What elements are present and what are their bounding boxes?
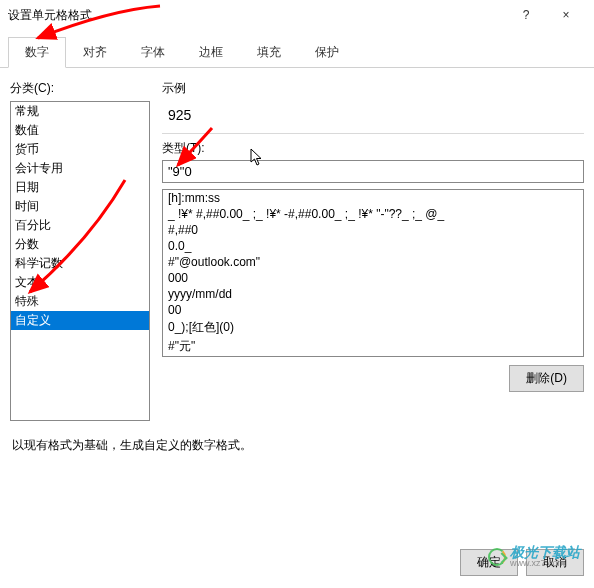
type-input[interactable] (162, 160, 584, 183)
category-item-special[interactable]: 特殊 (11, 292, 149, 311)
tab-border[interactable]: 边框 (182, 37, 240, 68)
format-item[interactable]: yyyy/mm/dd (163, 286, 583, 302)
category-item-general[interactable]: 常规 (11, 102, 149, 121)
tab-bar: 数字 对齐 字体 边框 填充 保护 (0, 36, 594, 68)
category-list[interactable]: 常规 数值 货币 会计专用 日期 时间 百分比 分数 科学记数 文本 特殊 自定… (10, 101, 150, 421)
category-item-fraction[interactable]: 分数 (11, 235, 149, 254)
footer-buttons: 确定 取消 (460, 549, 584, 576)
category-item-currency[interactable]: 货币 (11, 140, 149, 159)
format-item[interactable]: 0_);[红色](0) (163, 318, 583, 337)
tab-fill[interactable]: 填充 (240, 37, 298, 68)
right-panel: 示例 925 类型(T): [h]:mm:ss _ !¥* #,##0.00_ … (162, 80, 584, 421)
category-item-time[interactable]: 时间 (11, 197, 149, 216)
example-group: 示例 925 (162, 80, 584, 134)
help-button[interactable]: ? (506, 0, 546, 30)
format-item[interactable]: #"@outlook.com" (163, 254, 583, 270)
category-label: 分类(C): (10, 80, 150, 97)
window-title: 设置单元格格式 (8, 7, 506, 24)
cancel-button[interactable]: 取消 (526, 549, 584, 576)
format-item[interactable]: [h]:mm:ss (163, 190, 583, 206)
category-item-date[interactable]: 日期 (11, 178, 149, 197)
type-label: 类型(T): (162, 140, 584, 157)
titlebar: 设置单元格格式 ? × (0, 0, 594, 30)
tab-alignment[interactable]: 对齐 (66, 37, 124, 68)
category-item-accounting[interactable]: 会计专用 (11, 159, 149, 178)
format-item[interactable]: "5"0 (163, 356, 583, 357)
format-item[interactable]: 0.0_ (163, 238, 583, 254)
close-icon: × (562, 8, 569, 22)
category-item-text[interactable]: 文本 (11, 273, 149, 292)
delete-row: 删除(D) (162, 365, 584, 392)
content-area: 分类(C): 常规 数值 货币 会计专用 日期 时间 百分比 分数 科学记数 文… (0, 68, 594, 429)
hint-text: 以现有格式为基础，生成自定义的数字格式。 (0, 429, 594, 454)
delete-button[interactable]: 删除(D) (509, 365, 584, 392)
help-icon: ? (523, 8, 530, 22)
format-list[interactable]: [h]:mm:ss _ !¥* #,##0.00_ ;_ !¥* -#,##0.… (162, 189, 584, 357)
format-item[interactable]: #"元" (163, 337, 583, 356)
category-item-percentage[interactable]: 百分比 (11, 216, 149, 235)
format-item[interactable]: 000 (163, 270, 583, 286)
format-item[interactable]: 00 (163, 302, 583, 318)
example-label: 示例 (162, 80, 584, 97)
category-item-scientific[interactable]: 科学记数 (11, 254, 149, 273)
category-item-custom[interactable]: 自定义 (11, 311, 149, 330)
ok-button[interactable]: 确定 (460, 549, 518, 576)
tab-number[interactable]: 数字 (8, 37, 66, 68)
example-value: 925 (162, 101, 584, 134)
format-item[interactable]: _ !¥* #,##0.00_ ;_ !¥* -#,##0.00_ ;_ !¥*… (163, 206, 583, 222)
category-panel: 分类(C): 常规 数值 货币 会计专用 日期 时间 百分比 分数 科学记数 文… (10, 80, 150, 421)
format-item[interactable]: #,##0 (163, 222, 583, 238)
tab-protection[interactable]: 保护 (298, 37, 356, 68)
close-button[interactable]: × (546, 0, 586, 30)
category-item-number[interactable]: 数值 (11, 121, 149, 140)
tab-font[interactable]: 字体 (124, 37, 182, 68)
